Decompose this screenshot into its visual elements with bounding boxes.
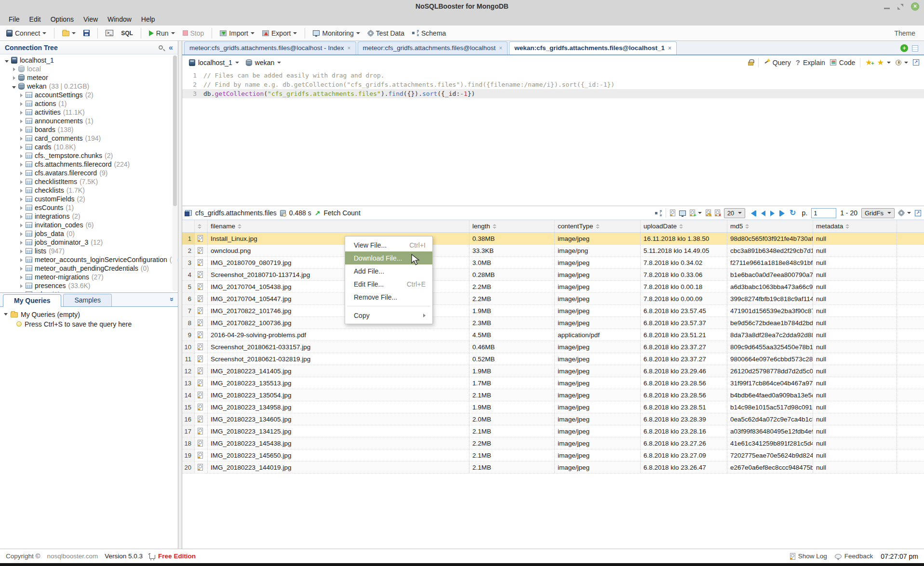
collapse-sidebar-button[interactable]: « xyxy=(169,43,173,52)
menu-view[interactable]: View xyxy=(79,14,103,25)
tree-item-localhost-1[interactable]: localhost_1 xyxy=(0,56,178,65)
tree-item-cfs-tempstore-chunks[interactable]: cfs._tempstore.chunks(2) xyxy=(0,151,178,160)
preview-document-icon[interactable] xyxy=(198,452,203,459)
preview-document-icon[interactable] xyxy=(198,368,203,374)
row-icon-cell[interactable] xyxy=(195,437,208,449)
column-header-contentType[interactable]: contentType xyxy=(555,220,641,232)
collapsed-arrow-icon[interactable] xyxy=(18,195,24,203)
column-header-uploadDate[interactable]: uploadDate xyxy=(641,220,727,232)
tree-item-integrations[interactable]: integrations(2) xyxy=(0,212,178,221)
preview-document-icon[interactable] xyxy=(198,440,203,447)
collapsed-arrow-icon[interactable] xyxy=(18,126,24,133)
collapsed-arrow-icon[interactable] xyxy=(18,238,24,246)
column-header-length[interactable]: length xyxy=(469,220,555,232)
close-button[interactable]: × xyxy=(911,2,919,11)
table-row[interactable]: 15IMG_20180223_134958.jpg1.9MBimage/jpeg… xyxy=(182,401,924,413)
editor-tab-2[interactable]: meteor:cfs_gridfs.attachments.files@loca… xyxy=(358,41,508,54)
preview-document-icon[interactable] xyxy=(198,247,203,254)
tree-item-cfs-avatars-filerecord[interactable]: cfs.avatars.filerecord(9) xyxy=(0,169,178,177)
add-document-button[interactable]: + xyxy=(690,210,702,216)
row-icon-cell[interactable] xyxy=(195,305,208,316)
import-button[interactable]: Import xyxy=(217,28,257,39)
tree-item-local[interactable]: local xyxy=(0,65,178,73)
preview-document-icon[interactable] xyxy=(198,416,203,422)
row-icon-cell[interactable] xyxy=(195,365,208,377)
tree-item-activities[interactable]: activities(11.1K) xyxy=(0,108,178,117)
tree-item-accountsettings[interactable]: accountSettings(2) xyxy=(0,91,178,99)
site-link[interactable]: nosqlbooster.com xyxy=(47,553,98,560)
table-row[interactable]: 8IMG_20170822_100736.jpg2.3MBimage/jpeg6… xyxy=(182,317,924,329)
tree-item-lists[interactable]: lists(947) xyxy=(0,247,178,255)
stop-button[interactable]: Stop xyxy=(180,28,207,39)
tree-item-rules[interactable]: rules(1) xyxy=(0,290,178,292)
maximize-results-icon[interactable] xyxy=(915,210,921,216)
tree-item-invitation-codes[interactable]: invitation_codes(6) xyxy=(0,221,178,229)
preview-document-icon[interactable] xyxy=(198,283,203,290)
search-icon[interactable] xyxy=(159,45,163,50)
sql-button[interactable]: SQL xyxy=(119,28,135,38)
page-number-input[interactable] xyxy=(811,208,836,218)
table-row[interactable]: 11Screenshot_20180621-032819.jpg0.52MBim… xyxy=(182,353,924,365)
row-icon-cell[interactable] xyxy=(195,293,208,304)
last-page-button[interactable] xyxy=(779,210,785,216)
table-row[interactable]: 17IMG_20180223_134125.jpg2.1MBimage/jpeg… xyxy=(182,425,924,437)
collapsed-arrow-icon[interactable] xyxy=(18,256,24,263)
row-icon-cell[interactable] xyxy=(195,341,208,353)
preview-document-icon[interactable] xyxy=(198,259,203,266)
query-builder-button[interactable]: Query xyxy=(763,59,791,66)
collapsed-arrow-icon[interactable] xyxy=(18,212,24,220)
table-row[interactable]: 13IMG_20180223_135513.jpg1.7MBimage/jpeg… xyxy=(182,377,924,389)
shell-button[interactable]: >_ xyxy=(103,28,116,38)
collapsed-arrow-icon[interactable] xyxy=(18,273,24,281)
menu-edit[interactable]: Edit xyxy=(25,14,46,25)
collapsed-arrow-icon[interactable] xyxy=(18,264,24,272)
export-button[interactable]: Export xyxy=(260,28,299,39)
restore-button[interactable] xyxy=(897,4,903,10)
prev-page-button[interactable] xyxy=(761,210,765,216)
row-icon-cell[interactable] xyxy=(195,233,208,244)
row-icon-cell[interactable] xyxy=(195,329,208,341)
collapsed-arrow-icon[interactable] xyxy=(18,108,24,116)
menu-options[interactable]: Options xyxy=(46,14,79,25)
table-row[interactable]: 7IMG_20170822_101746.jpg1.9MBimage/jpeg6… xyxy=(182,305,924,317)
table-row[interactable]: 16IMG_20180223_134605.jpg2.0MBimage/jpeg… xyxy=(182,413,924,425)
collapsed-arrow-icon[interactable] xyxy=(18,186,24,194)
add-favorite-icon[interactable]: ★ xyxy=(865,59,872,66)
table-row[interactable]: 92016-04-29-solving-problems.pdf4.5MBapp… xyxy=(182,329,924,341)
table-row[interactable]: 14IMG_20180223_135054.jpg2.1MBimage/jpeg… xyxy=(182,389,924,401)
row-icon-cell[interactable] xyxy=(195,353,208,365)
row-icon-cell[interactable] xyxy=(195,281,208,292)
row-icon-cell[interactable] xyxy=(195,269,208,280)
tree-item-presences[interactable]: presences(33.6K) xyxy=(0,281,178,290)
collapse-panel-icon[interactable]: » xyxy=(168,297,176,301)
collapsed-arrow-icon[interactable] xyxy=(18,143,24,151)
free-edition-button[interactable]: Free Edition xyxy=(149,553,196,560)
test-data-button[interactable]: Test Data xyxy=(365,28,407,39)
editor-tab-3[interactable]: wekan:cfs_gridfs.attachments.files@local… xyxy=(509,41,677,54)
tree-item-wekan[interactable]: wekan(33 | 0.21GB) xyxy=(0,82,178,91)
menu-item-remove-file[interactable]: Remove File... xyxy=(345,290,432,303)
my-queries-folder[interactable]: My Queries (empty) xyxy=(4,310,174,319)
preview-document-icon[interactable] xyxy=(198,380,203,386)
tree-item-actions[interactable]: actions(1) xyxy=(0,99,178,108)
tree-item-escounts[interactable]: esCounts(1) xyxy=(0,203,178,212)
expanded-arrow-icon[interactable] xyxy=(4,56,10,64)
table-row[interactable]: 10Screenshot_20180621-033157.jpg0.46MBim… xyxy=(182,341,924,353)
collapsed-arrow-icon[interactable] xyxy=(18,221,24,229)
collapsed-arrow-icon[interactable] xyxy=(18,152,24,159)
preview-document-icon[interactable] xyxy=(198,331,203,338)
row-icon-cell[interactable] xyxy=(195,245,208,256)
tree-item-jobs-dominator-3[interactable]: jobs_dominator_3(12) xyxy=(0,238,178,247)
preview-document-icon[interactable] xyxy=(198,235,203,242)
table-row[interactable]: 1Install_Linux.jpg0.38MBimage/jpeg16.11.… xyxy=(182,233,924,245)
row-icon-cell[interactable] xyxy=(195,377,208,389)
history-dropdown[interactable] xyxy=(896,60,908,66)
refresh-icon[interactable]: ↻ xyxy=(790,210,796,216)
preview-document-icon[interactable] xyxy=(198,355,203,362)
preview-document-icon[interactable] xyxy=(198,343,203,350)
tree-item-boards[interactable]: boards(138) xyxy=(0,125,178,134)
collapsed-arrow-icon[interactable] xyxy=(11,65,17,73)
preview-document-icon[interactable] xyxy=(198,307,203,314)
first-page-button[interactable] xyxy=(751,210,756,216)
tree-item-card-comments[interactable]: card_comments(194) xyxy=(0,134,178,143)
